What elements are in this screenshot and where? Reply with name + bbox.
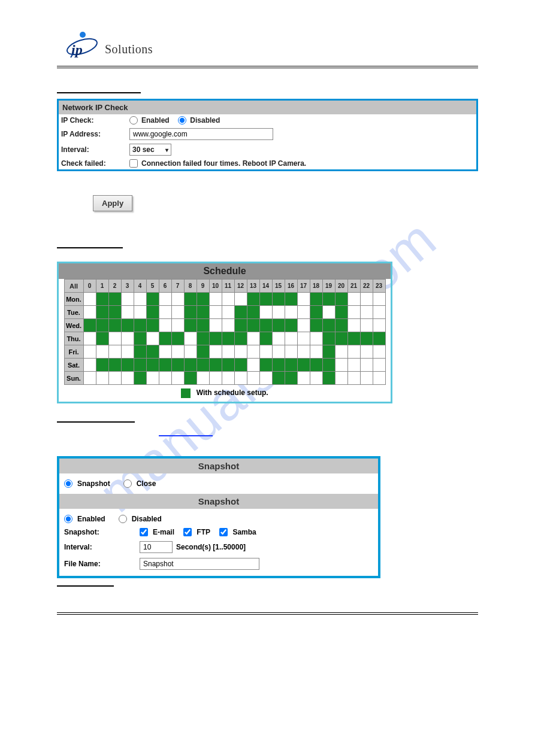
schedule-hour-header[interactable]: 19 [322, 280, 335, 293]
schedule-cell[interactable] [322, 293, 335, 306]
schedule-cell[interactable] [96, 332, 108, 345]
schedule-cell[interactable] [134, 372, 146, 385]
schedule-cell[interactable] [297, 332, 310, 345]
schedule-cell[interactable] [146, 332, 159, 345]
schedule-cell[interactable] [184, 359, 197, 372]
schedule-cell[interactable] [146, 372, 159, 385]
schedule-cell[interactable] [347, 319, 360, 332]
schedule-cell[interactable] [259, 372, 272, 385]
schedule-cell[interactable] [272, 306, 285, 319]
schedule-cell[interactable] [360, 332, 373, 345]
schedule-cell[interactable] [171, 372, 184, 385]
schedule-day-label[interactable]: Sat. [64, 359, 83, 372]
schedule-cell[interactable] [322, 359, 335, 372]
schedule-cell[interactable] [322, 332, 335, 345]
schedule-cell[interactable] [234, 372, 247, 385]
schedule-cell[interactable] [272, 319, 285, 332]
schedule-hour-header[interactable]: 10 [209, 280, 222, 293]
schedule-cell[interactable] [184, 319, 197, 332]
schedule-cell[interactable] [134, 345, 146, 359]
schedule-cell[interactable] [373, 332, 385, 345]
schedule-cell[interactable] [184, 372, 197, 385]
schedule-cell[interactable] [96, 319, 108, 332]
schedule-cell[interactable] [96, 345, 108, 359]
schedule-cell[interactable] [96, 372, 108, 385]
schedule-cell[interactable] [347, 359, 360, 372]
schedule-cell[interactable] [322, 319, 335, 332]
schedule-hour-header[interactable]: 15 [272, 280, 285, 293]
schedule-cell[interactable] [83, 306, 96, 319]
schedule-cell[interactable] [159, 345, 171, 359]
schedule-cell[interactable] [234, 332, 247, 345]
schedule-cell[interactable] [171, 306, 184, 319]
schedule-cell[interactable] [134, 293, 146, 306]
schedule-cell[interactable] [146, 345, 159, 359]
schedule-cell[interactable] [121, 332, 134, 345]
schedule-hour-header[interactable]: 5 [146, 280, 159, 293]
schedule-cell[interactable] [234, 345, 247, 359]
schedule-cell[interactable] [247, 332, 259, 345]
schedule-cell[interactable] [146, 359, 159, 372]
schedule-cell[interactable] [159, 306, 171, 319]
schedule-cell[interactable] [297, 359, 310, 372]
schedule-cell[interactable] [96, 359, 108, 372]
schedule-cell[interactable] [285, 345, 297, 359]
schedule-cell[interactable] [108, 293, 121, 306]
schedule-all-header[interactable]: All [64, 280, 83, 293]
schedule-cell[interactable] [322, 306, 335, 319]
schedule-cell[interactable] [222, 345, 234, 359]
schedule-cell[interactable] [322, 372, 335, 385]
schedule-cell[interactable] [297, 306, 310, 319]
schedule-cell[interactable] [197, 306, 209, 319]
schedule-cell[interactable] [159, 372, 171, 385]
schedule-cell[interactable] [310, 332, 322, 345]
schedule-cell[interactable] [259, 332, 272, 345]
schedule-cell[interactable] [310, 372, 322, 385]
schedule-cell[interactable] [146, 306, 159, 319]
schedule-cell[interactable] [335, 293, 347, 306]
schedule-cell[interactable] [259, 345, 272, 359]
schedule-cell[interactable] [209, 319, 222, 332]
snapshot-option-radio[interactable] [64, 479, 72, 488]
schedule-cell[interactable] [83, 345, 96, 359]
schedule-hour-header[interactable]: 21 [347, 280, 360, 293]
schedule-day-label[interactable]: Tue. [64, 306, 83, 319]
schedule-cell[interactable] [247, 372, 259, 385]
schedule-cell[interactable] [83, 319, 96, 332]
schedule-cell[interactable] [184, 332, 197, 345]
ipcheck-enabled-radio[interactable] [129, 116, 138, 125]
schedule-hour-header[interactable]: 13 [247, 280, 259, 293]
snap-disabled-radio[interactable] [119, 515, 127, 523]
interval-select[interactable]: 30 sec ▾ [129, 144, 171, 156]
schedule-cell[interactable] [197, 372, 209, 385]
schedule-cell[interactable] [247, 306, 259, 319]
schedule-hour-header[interactable]: 1 [96, 280, 108, 293]
schedule-cell[interactable] [209, 306, 222, 319]
schedule-cell[interactable] [171, 332, 184, 345]
schedule-cell[interactable] [134, 332, 146, 345]
schedule-cell[interactable] [259, 293, 272, 306]
schedule-cell[interactable] [335, 372, 347, 385]
schedule-cell[interactable] [209, 345, 222, 359]
schedule-cell[interactable] [310, 293, 322, 306]
ipcheck-disabled-radio[interactable] [178, 116, 186, 125]
schedule-cell[interactable] [96, 293, 108, 306]
schedule-cell[interactable] [373, 293, 385, 306]
schedule-cell[interactable] [272, 372, 285, 385]
schedule-day-label[interactable]: Wed. [64, 319, 83, 332]
schedule-cell[interactable] [134, 306, 146, 319]
schedule-cell[interactable] [285, 306, 297, 319]
schedule-cell[interactable] [121, 319, 134, 332]
schedule-cell[interactable] [272, 293, 285, 306]
schedule-cell[interactable] [83, 332, 96, 345]
schedule-cell[interactable] [310, 345, 322, 359]
schedule-cell[interactable] [171, 345, 184, 359]
schedule-cell[interactable] [347, 372, 360, 385]
schedule-cell[interactable] [360, 359, 373, 372]
schedule-cell[interactable] [197, 359, 209, 372]
close-option-radio[interactable] [123, 479, 132, 488]
schedule-day-label[interactable]: Sun. [64, 372, 83, 385]
schedule-cell[interactable] [197, 293, 209, 306]
schedule-cell[interactable] [134, 319, 146, 332]
schedule-hour-header[interactable]: 20 [335, 280, 347, 293]
